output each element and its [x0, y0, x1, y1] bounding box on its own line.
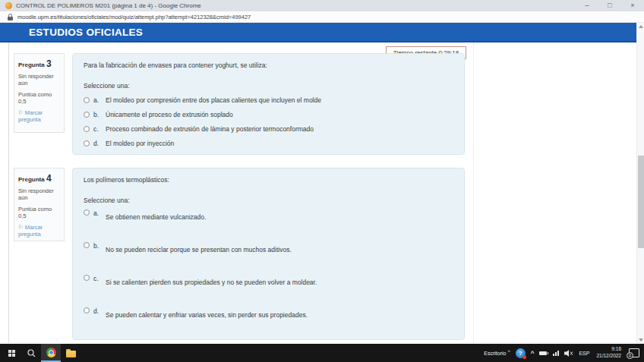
- question-status: Sin responder aún: [18, 73, 60, 87]
- question-3-body: Para la fabricación de envases para cont…: [72, 53, 465, 155]
- url-bar[interactable]: moodle.upm.es/titulaciones/oficiales/mod…: [0, 11, 644, 23]
- taskbar-explorer-button[interactable]: [61, 344, 80, 362]
- flag-question-link[interactable]: ⚐Marcar pregunta: [18, 224, 60, 238]
- question-text: Para la fabricación de envases para cont…: [84, 61, 453, 69]
- battery-icon[interactable]: [539, 351, 547, 355]
- quiz-page: Tiempo restante 0:29:18 Pregunta 3 Sin r…: [0, 42, 636, 344]
- site-header: ESTUDIOS OFICIALES: [0, 23, 636, 42]
- window-titlebar: CONTROL DE POLIMEROS M201 (página 1 de 4…: [0, 0, 644, 11]
- option-label[interactable]: El moldeo por compresión entre dos placa…: [106, 96, 321, 104]
- option-label[interactable]: Proceso combinado de extrusión de lámina…: [106, 125, 314, 133]
- action-center-badge: 1: [627, 352, 633, 359]
- option-letter: b.: [93, 111, 102, 118]
- flag-icon: ⚐: [18, 109, 24, 116]
- question-status: Sin responder aún: [18, 187, 60, 202]
- content-left-border: [8, 42, 9, 343]
- scroll-down-arrow-icon[interactable]: [639, 338, 643, 342]
- clock-time: 9:16: [596, 346, 621, 353]
- answer-option: a. Se obtienen mediante vulcanizado.: [84, 209, 453, 221]
- question-text: Los polímeros termoplásticos:: [84, 176, 453, 184]
- scrollbar-thumb[interactable]: [638, 156, 644, 248]
- radio-button[interactable]: [84, 126, 90, 132]
- answer-option: c. Proceso combinado de extrusión de lám…: [84, 125, 453, 133]
- option-label[interactable]: Se pueden calentar y enfriar varias vece…: [106, 307, 308, 319]
- question-4-info: Pregunta 4 Sin responder aún Puntúa como…: [14, 168, 65, 241]
- flag-question-link[interactable]: ⚐Marcar pregunta: [18, 109, 60, 124]
- desktop-toolbar-label[interactable]: Escritorio: [484, 351, 506, 356]
- network-icon[interactable]: [553, 351, 559, 356]
- taskbar: Escritorio » ? ^ ESP 9:16 21/12/2022 1: [0, 344, 644, 362]
- radio-button[interactable]: [84, 209, 90, 216]
- answer-option: c. Si se calienten pierden sus propiedad…: [84, 274, 453, 286]
- answer-option: b. Únicamente el proceso de extrusión so…: [84, 111, 453, 118]
- scroll-up-arrow-icon[interactable]: [639, 25, 643, 28]
- radio-button[interactable]: [84, 97, 90, 103]
- notification-badge-icon: [522, 355, 526, 359]
- radio-button[interactable]: [84, 242, 90, 248]
- answer-option: d. Se pueden calentar y enfriar varias v…: [84, 307, 453, 319]
- option-letter: d.: [93, 307, 102, 315]
- option-label[interactable]: Únicamente el proceso de extrusión sopla…: [106, 111, 233, 118]
- answer-option: d. El moldeo por inyección: [84, 140, 453, 147]
- content-right-divider: [473, 42, 474, 343]
- question-number: Pregunta 4: [18, 173, 60, 184]
- flag-icon: ⚐: [18, 224, 24, 231]
- clock-date: 21/12/2022: [596, 353, 621, 360]
- taskbar-clock[interactable]: 9:16 21/12/2022: [596, 346, 621, 360]
- site-favicon-icon: [5, 2, 12, 9]
- question-number: Pregunta 3: [18, 58, 60, 70]
- radio-button[interactable]: [84, 140, 90, 146]
- option-label[interactable]: El moldeo por inyección: [106, 140, 174, 147]
- option-letter: a.: [93, 209, 102, 217]
- page-scrollbar[interactable]: [636, 23, 644, 344]
- volume-muted-icon[interactable]: [564, 350, 573, 357]
- windows-logo-icon: [8, 350, 15, 357]
- answer-option: b. No se pueden reciclar porque se prese…: [84, 241, 453, 253]
- toolbar-overflow-icon[interactable]: »: [507, 348, 510, 353]
- search-icon: [27, 349, 36, 357]
- question-3-info: Pregunta 3 Sin responder aún Puntúa como…: [14, 53, 65, 133]
- question-points: Puntúa como 0,5: [18, 206, 60, 220]
- radio-button[interactable]: [84, 275, 90, 281]
- option-letter: c.: [93, 274, 102, 282]
- option-letter: b.: [93, 241, 102, 250]
- maximize-button[interactable]: □: [598, 0, 621, 11]
- tray-expand-chevron-icon[interactable]: ^: [531, 350, 535, 357]
- screen: CONTROL DE POLIMEROS M201 (página 1 de 4…: [0, 0, 644, 362]
- file-explorer-icon: [66, 351, 76, 357]
- close-button[interactable]: ×: [621, 0, 644, 11]
- question-points: Puntúa como 0,5: [18, 91, 60, 105]
- select-one-label: Seleccione una:: [84, 197, 453, 204]
- option-letter: c.: [93, 125, 102, 133]
- minimize-button[interactable]: –: [576, 0, 598, 11]
- site-header-title: ESTUDIOS OFICIALES: [29, 27, 143, 38]
- language-indicator[interactable]: ESP: [579, 351, 589, 356]
- radio-button[interactable]: [84, 307, 90, 313]
- start-button[interactable]: [2, 344, 21, 362]
- taskbar-search-button[interactable]: [21, 344, 41, 362]
- option-label[interactable]: Se obtienen mediante vulcanizado.: [106, 209, 206, 221]
- help-tray-icon[interactable]: ?: [516, 348, 526, 358]
- lock-icon: [8, 14, 13, 20]
- option-label[interactable]: No se pueden reciclar porque se presenta…: [106, 241, 292, 253]
- window-controls: – □ ×: [576, 0, 644, 11]
- system-tray: Escritorio » ? ^ ESP 9:16 21/12/2022 1: [484, 344, 644, 362]
- radio-button[interactable]: [84, 112, 90, 118]
- question-4-body: Los polímeros termoplásticos: Seleccione…: [72, 168, 465, 340]
- option-letter: d.: [93, 140, 102, 147]
- option-label[interactable]: Si se calienten pierden sus propiedades …: [106, 274, 317, 286]
- option-letter: a.: [93, 96, 102, 104]
- action-center-icon[interactable]: 1: [629, 348, 639, 357]
- window-title: CONTROL DE POLIMEROS M201 (página 1 de 4…: [16, 2, 201, 9]
- chrome-icon: [46, 348, 56, 357]
- answer-option: a. El moldeo por compresión entre dos pl…: [84, 96, 453, 104]
- taskbar-chrome-button[interactable]: [41, 344, 61, 362]
- url-text[interactable]: moodle.upm.es/titulaciones/oficiales/mod…: [17, 14, 251, 20]
- select-one-label: Seleccione una:: [84, 82, 453, 90]
